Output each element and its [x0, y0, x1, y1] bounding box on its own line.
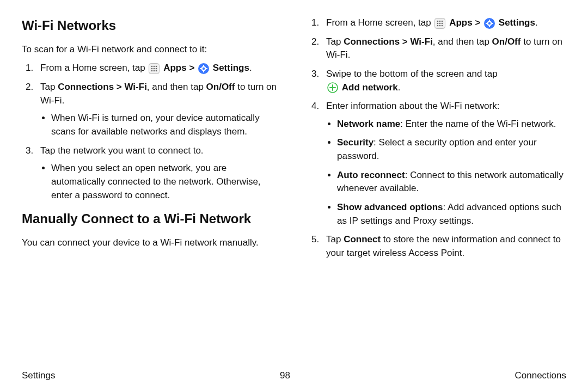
step-4: Enter information about the Wi-Fi networ… — [322, 100, 566, 228]
text: From a Home screen, tap — [326, 17, 433, 28]
svg-rect-27 — [489, 26, 490, 27]
svg-point-22 — [437, 24, 439, 26]
page-number: 98 — [280, 370, 290, 381]
bullet: Show advanced options: Add advanced opti… — [337, 201, 566, 228]
text: Tap — [326, 36, 344, 47]
step-1: From a Home screen, tap Apps > Settings. — [36, 62, 280, 75]
intro-text: To scan for a Wi-Fi network and connect … — [22, 43, 280, 57]
svg-point-4 — [151, 68, 153, 70]
svg-point-16 — [437, 20, 439, 22]
svg-point-20 — [439, 22, 441, 24]
svg-rect-11 — [203, 65, 204, 66]
apps-icon — [149, 63, 160, 74]
text: Tap the network you want to connect to. — [40, 145, 204, 156]
svg-point-8 — [154, 70, 155, 72]
step-3: Tap the network you want to connect to. … — [36, 144, 280, 203]
step-5: Tap Connect to store the new information… — [322, 233, 566, 260]
heading-wifi-networks: Wi-Fi Networks — [22, 16, 280, 35]
svg-point-5 — [154, 68, 155, 70]
svg-point-1 — [151, 66, 153, 68]
apps-icon — [434, 18, 445, 29]
steps-list: From a Home screen, tap Apps > Settings.… — [22, 62, 280, 202]
settings-label: Settings — [499, 17, 535, 28]
steps-list-2: From a Home screen, tap Apps > Settings.… — [308, 16, 566, 260]
svg-point-19 — [437, 22, 439, 24]
settings-icon — [198, 63, 209, 74]
text: On/Off — [206, 82, 235, 92]
svg-rect-28 — [486, 23, 487, 24]
text: . — [398, 82, 401, 93]
svg-point-17 — [439, 20, 441, 22]
text: Show advanced options — [337, 202, 443, 212]
apps-label: Apps — [449, 17, 473, 28]
svg-point-9 — [156, 70, 157, 72]
svg-rect-13 — [200, 68, 201, 69]
text: Security — [337, 137, 373, 148]
step-3: Swipe to the bottom of the screen and ta… — [322, 68, 566, 94]
svg-point-2 — [154, 66, 155, 68]
bullet: When Wi-Fi is turned on, your device aut… — [51, 112, 280, 138]
text: Connections > Wi-Fi — [344, 36, 433, 47]
text: Auto reconnect — [337, 170, 405, 180]
text: . — [249, 63, 252, 73]
right-column: From a Home screen, tap Apps > Settings.… — [308, 16, 566, 365]
separator: > — [189, 63, 197, 73]
text: Connections > Wi-Fi — [58, 82, 147, 92]
settings-label: Settings — [213, 63, 249, 73]
apps-label: Apps — [163, 63, 187, 73]
svg-rect-29 — [492, 23, 493, 24]
footer-left: Settings — [22, 370, 55, 381]
svg-point-23 — [439, 24, 441, 26]
text: : Enter the name of the Wi-Fi network. — [400, 119, 556, 129]
svg-rect-12 — [203, 71, 204, 72]
text: Swipe to the bottom of the screen and ta… — [326, 69, 498, 79]
settings-icon — [484, 18, 495, 29]
text: . — [535, 17, 538, 28]
step-2: Tap Connections > Wi-Fi, and then tap On… — [322, 35, 566, 62]
text: From a Home screen, tap — [40, 63, 148, 73]
text: On/Off — [492, 36, 521, 47]
step-1: From a Home screen, tap Apps > Settings. — [322, 16, 566, 30]
step-2: Tap Connections > Wi-Fi, and then tap On… — [36, 81, 280, 139]
bullet: Security: Select a security option and e… — [337, 136, 566, 163]
footer: Settings 98 Connections — [22, 365, 566, 381]
text: , and then tap — [147, 82, 206, 92]
svg-point-3 — [156, 66, 157, 68]
text: Enter information about the Wi-Fi networ… — [326, 101, 499, 111]
text: Connect — [344, 234, 381, 244]
text: Network name — [337, 119, 400, 129]
footer-right: Connections — [514, 370, 566, 381]
text: , and then tap — [433, 36, 492, 47]
text: Tap — [326, 234, 344, 244]
svg-point-6 — [156, 68, 157, 70]
left-column: Wi-Fi Networks To scan for a Wi-Fi netwo… — [22, 16, 280, 365]
heading-manual-connect: Manually Connect to a Wi-Fi Network — [22, 210, 280, 229]
svg-rect-14 — [206, 68, 207, 69]
separator: > — [475, 17, 483, 28]
svg-point-18 — [442, 20, 443, 22]
text: Tap — [40, 82, 58, 92]
intro-text-2: You can connect your device to a Wi-Fi n… — [22, 236, 280, 250]
svg-rect-26 — [489, 20, 490, 21]
svg-point-21 — [442, 22, 443, 24]
svg-point-7 — [151, 70, 153, 72]
bullet: Network name: Enter the name of the Wi-F… — [337, 118, 566, 131]
svg-point-24 — [442, 24, 443, 26]
add-icon — [327, 82, 338, 93]
bullet: When you select an open network, you are… — [51, 162, 280, 202]
bullet: Auto reconnect: Connect to this network … — [337, 169, 566, 195]
add-network-label: Add network — [342, 82, 398, 93]
